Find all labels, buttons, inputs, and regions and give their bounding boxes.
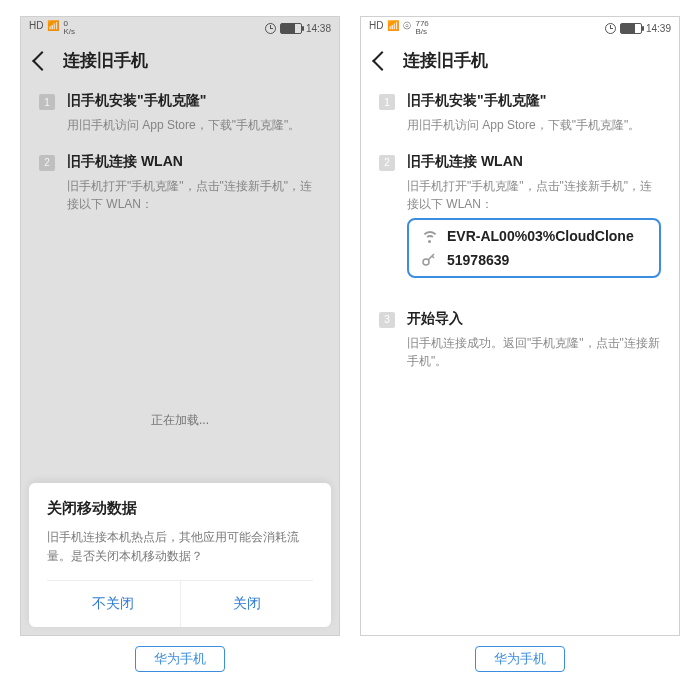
battery-icon (620, 23, 642, 34)
step-title: 旧手机连接 WLAN (407, 153, 661, 171)
step-desc: 旧手机打开"手机克隆"，点击"连接新手机"，连接以下 WLAN： (407, 177, 661, 214)
sheet-button-no[interactable]: 不关闭 (47, 581, 180, 627)
caption-badge-left: 华为手机 (135, 646, 225, 672)
bottom-sheet: 关闭移动数据 旧手机连接本机热点后，其他应用可能会消耗流量。是否关闭本机移动数据… (29, 483, 331, 627)
sheet-button-yes[interactable]: 关闭 (180, 581, 314, 627)
wifi-credentials-card: EVR-AL00%03%CloudClone 51978639 (407, 218, 661, 278)
step-item: 3 开始导入 旧手机连接成功。返回"手机克隆"，点击"连接新手机"。 (379, 310, 661, 371)
step-desc: 用旧手机访问 App Store，下载"手机克隆"。 (407, 116, 661, 135)
step-title: 旧手机安装"手机克隆" (407, 92, 661, 110)
sheet-title: 关闭移动数据 (47, 499, 313, 518)
clock-text: 14:39 (646, 23, 671, 34)
step-number: 2 (379, 155, 395, 171)
step-item: 2 旧手机连接 WLAN 旧手机打开"手机克隆"，点击"连接新手机"，连接以下 … (379, 153, 661, 292)
back-icon[interactable] (372, 51, 392, 71)
page-title: 连接旧手机 (403, 49, 488, 72)
step-title: 开始导入 (407, 310, 661, 328)
step-number: 1 (379, 94, 395, 110)
net-speed-unit: B/s (415, 28, 428, 36)
sheet-body: 旧手机连接本机热点后，其他应用可能会消耗流量。是否关闭本机移动数据？ (47, 528, 313, 566)
step-number: 3 (379, 312, 395, 328)
wifi-icon (421, 228, 437, 244)
wifi-ssid: EVR-AL00%03%CloudClone (447, 228, 634, 244)
step-desc: 旧手机连接成功。返回"手机克隆"，点击"连接新手机"。 (407, 334, 661, 371)
alarm-icon (605, 23, 616, 34)
status-bar: HD 📶 ⦾ 776 B/s 14:39 (361, 17, 679, 39)
signal-icon: 📶 (387, 20, 399, 31)
step-item: 1 旧手机安装"手机克隆" 用旧手机访问 App Store，下载"手机克隆"。 (379, 92, 661, 135)
wifi-password: 51978639 (447, 252, 509, 268)
phone-screen-left: HD 📶 0 K/s 14:38 连接旧手机 1 旧手机安装"手机克隆" (20, 16, 340, 636)
hotspot-icon: ⦾ (403, 20, 411, 32)
hd-icon: HD (369, 20, 383, 31)
key-icon (421, 252, 437, 268)
page-header: 连接旧手机 (361, 39, 679, 86)
caption-badge-right: 华为手机 (475, 646, 565, 672)
phone-screen-right: HD 📶 ⦾ 776 B/s 14:39 连接旧手机 1 旧手 (360, 16, 680, 636)
